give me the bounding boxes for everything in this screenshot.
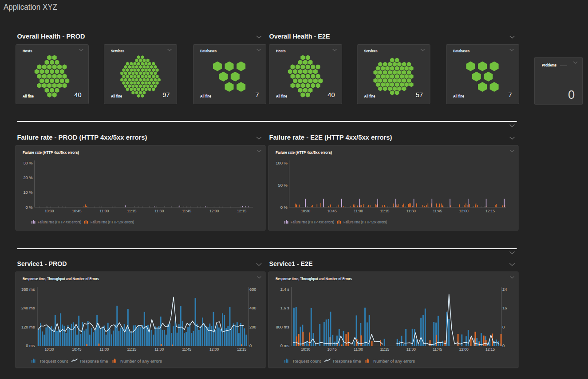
svg-text:0: 0: [568, 88, 575, 102]
svg-text:2.4 s: 2.4 s: [280, 287, 290, 292]
svg-text:24: 24: [502, 287, 507, 292]
svg-text:11:30: 11:30: [406, 209, 416, 213]
svg-text:Failure rate (HTTP 4xx/5xx err: Failure rate (HTTP 4xx/5xx errors): [276, 150, 332, 155]
svg-text:Failure rate - E2E (HTTP 4xx/5: Failure rate - E2E (HTTP 4xx/5xx errors): [269, 133, 392, 141]
svg-text:Failure rate - PROD (HTTP 4xx/: Failure rate - PROD (HTTP 4xx/5xx errors…: [17, 133, 147, 141]
svg-text:All fine: All fine: [111, 94, 122, 98]
svg-text:10:30: 10:30: [44, 347, 54, 352]
svg-text:All fine: All fine: [276, 94, 287, 98]
svg-text:0: 0: [502, 344, 505, 348]
svg-text:Request count: Request count: [40, 359, 68, 363]
svg-text:Hosts: Hosts: [23, 49, 32, 53]
svg-text:120 ms: 120 ms: [21, 325, 35, 329]
svg-text:10 %: 10 %: [23, 190, 32, 195]
svg-text:11:15: 11:15: [380, 209, 389, 213]
svg-text:Service1 - PROD: Service1 - PROD: [17, 260, 67, 267]
svg-text:Application XYZ: Application XYZ: [4, 2, 57, 12]
svg-text:10:30: 10:30: [301, 347, 310, 352]
svg-text:7: 7: [508, 91, 512, 98]
svg-text:All fine: All fine: [200, 94, 211, 98]
svg-text:0: 0: [249, 344, 252, 348]
svg-text:12:15: 12:15: [237, 209, 246, 213]
svg-text:11:45: 11:45: [182, 209, 191, 213]
svg-text:1.6 s: 1.6 s: [280, 306, 290, 310]
svg-text:11:00: 11:00: [99, 347, 109, 352]
svg-text:0 ms: 0 ms: [280, 344, 289, 348]
svg-text:All fine: All fine: [364, 94, 375, 98]
svg-text:All fine: All fine: [453, 94, 464, 98]
svg-text:16: 16: [502, 306, 507, 310]
svg-text:Failure rate (HTTP 5xx errors): Failure rate (HTTP 5xx errors): [91, 219, 134, 224]
svg-text:Overall Health - PROD: Overall Health - PROD: [17, 32, 85, 40]
svg-text:0 %: 0 %: [280, 205, 288, 210]
svg-text:57: 57: [416, 91, 423, 98]
svg-text:Failure rate (HTTP 4xx/5xx err: Failure rate (HTTP 4xx/5xx errors): [23, 150, 79, 155]
svg-text:Databases: Databases: [200, 49, 217, 53]
svg-text:12:15: 12:15: [485, 347, 495, 352]
svg-text:200: 200: [249, 325, 257, 329]
svg-text:12:00: 12:00: [209, 347, 219, 352]
svg-text:11:30: 11:30: [406, 347, 416, 352]
svg-text:40: 40: [74, 91, 81, 98]
svg-text:Services: Services: [364, 49, 378, 53]
svg-text:11:45: 11:45: [182, 347, 191, 352]
svg-text:Service1 - E2E: Service1 - E2E: [269, 260, 313, 267]
svg-text:Number of any errors: Number of any errors: [120, 359, 162, 363]
svg-text:Overall Health - E2E: Overall Health - E2E: [269, 32, 330, 40]
svg-text:400: 400: [249, 306, 257, 310]
svg-text:11:30: 11:30: [154, 209, 164, 213]
svg-text:11:15: 11:15: [127, 209, 136, 213]
svg-text:20 %: 20 %: [23, 176, 32, 180]
svg-text:12:00: 12:00: [459, 347, 469, 352]
svg-text:Number of any errors: Number of any errors: [373, 359, 415, 363]
svg-text:Problems: Problems: [542, 63, 556, 67]
svg-text:10:45: 10:45: [72, 347, 81, 352]
svg-text:12:00: 12:00: [459, 209, 469, 213]
svg-text:10:30: 10:30: [44, 209, 54, 213]
svg-text:Response time, Throughput and: Response time, Throughput and Number of …: [276, 277, 352, 281]
svg-text:Databases: Databases: [453, 49, 470, 53]
svg-text:10:45: 10:45: [72, 209, 81, 213]
svg-text:97: 97: [162, 91, 170, 98]
svg-text:40: 40: [328, 91, 335, 98]
svg-text:All fine: All fine: [23, 94, 34, 98]
svg-text:0 ms: 0 ms: [26, 344, 35, 348]
svg-text:Failure rate (HTTP 4xx errors): Failure rate (HTTP 4xx errors): [38, 219, 81, 224]
svg-text:Response time: Response time: [80, 359, 109, 363]
svg-text:Failure rate (HTTP 5xx errors): Failure rate (HTTP 5xx errors): [343, 219, 387, 224]
svg-text:Response time, Throughput and: Response time, Throughput and Number of …: [23, 277, 99, 281]
svg-text:11:30: 11:30: [154, 347, 164, 352]
svg-text:10:45: 10:45: [328, 347, 337, 352]
svg-text:11:15: 11:15: [127, 347, 136, 352]
svg-text:360 ms: 360 ms: [21, 287, 35, 292]
svg-text:100 %: 100 %: [276, 161, 287, 165]
svg-text:Request count: Request count: [293, 359, 321, 363]
svg-text:0 %: 0 %: [26, 205, 33, 210]
svg-text:50 %: 50 %: [278, 183, 287, 188]
svg-text:10:30: 10:30: [301, 209, 310, 213]
svg-text:Response time: Response time: [333, 359, 362, 363]
svg-text:Failure rate (HTTP 4xx errors): Failure rate (HTTP 4xx errors): [291, 219, 334, 224]
svg-text:12:15: 12:15: [237, 347, 246, 352]
svg-text:8: 8: [502, 325, 505, 329]
svg-text:Services: Services: [111, 49, 124, 53]
svg-text:11:00: 11:00: [354, 347, 363, 352]
svg-text:11:45: 11:45: [433, 347, 442, 352]
svg-text:12:15: 12:15: [485, 209, 495, 213]
svg-text:11:00: 11:00: [99, 209, 109, 213]
svg-text:30 %: 30 %: [23, 161, 32, 165]
svg-text:7: 7: [255, 91, 259, 98]
svg-text:11:00: 11:00: [354, 209, 363, 213]
svg-text:11:45: 11:45: [433, 209, 442, 213]
svg-text:12:00: 12:00: [209, 209, 219, 213]
svg-text:11:15: 11:15: [380, 347, 389, 352]
svg-text:Hosts: Hosts: [276, 49, 286, 53]
svg-text:240 ms: 240 ms: [21, 306, 35, 310]
svg-text:600: 600: [249, 287, 257, 292]
svg-text:10:45: 10:45: [328, 209, 337, 213]
svg-text:800 ms: 800 ms: [276, 325, 290, 329]
